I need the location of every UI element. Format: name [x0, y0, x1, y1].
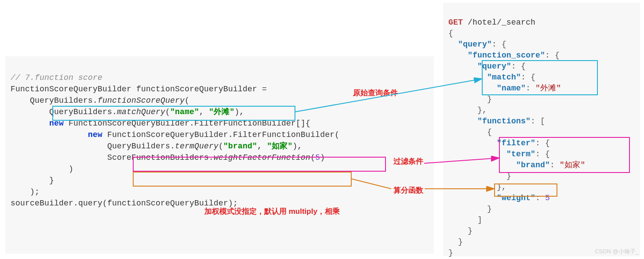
code-line: "functions": [ [448, 117, 545, 126]
code-line: ) [11, 165, 73, 173]
code-line: } [448, 227, 473, 235]
java-code-panel: // 7.function score FunctionScoreQueryBu… [5, 56, 434, 254]
code-line: "brand": "如家" [448, 161, 585, 169]
code-line: } [448, 248, 453, 257]
code-line: sourceBuilder.query(functionScoreQueryBu… [11, 199, 238, 208]
code-line: "query": { [448, 40, 506, 49]
code-line: "weight": 5 [448, 194, 550, 202]
annotation-original-query: 原始查询条件 [353, 88, 398, 98]
code-line: "function_score": { [448, 51, 560, 60]
code-line: ); [11, 187, 40, 196]
code-line: ] [448, 216, 482, 224]
code-line: } [448, 205, 492, 213]
code-line: FunctionScoreQueryBuilder functionScoreQ… [11, 85, 267, 94]
code-line: "name": "外滩" [448, 84, 561, 93]
code-line: "filter": { [448, 139, 550, 147]
annotation-boost-mode: 加权模式没指定，默认用 multiply，相乘 [204, 206, 340, 216]
code-line: } [448, 95, 492, 104]
code-line: "match": { [448, 73, 535, 82]
watermark: CSDN @小翰子_ [595, 248, 639, 255]
code-line: "term": { [448, 150, 550, 158]
code-line: }, [448, 183, 506, 191]
code-line: } [448, 172, 511, 180]
code-line: }, [448, 106, 487, 115]
code-line: GET /hotel/_search [448, 18, 535, 27]
json-code-block: GET /hotel/_search { "query": { "functio… [443, 3, 640, 259]
code-line: } [11, 176, 54, 185]
annotation-score-fn: 算分函数 [393, 185, 423, 195]
code-line: QueryBuilders.functionScoreQuery( [11, 96, 189, 105]
code-line: { [448, 128, 492, 137]
java-code-block: // 7.function score FunctionScoreQueryBu… [5, 56, 434, 213]
annotation-filter: 过滤条件 [393, 156, 423, 166]
json-code-panel: GET /hotel/_search { "query": { "functio… [443, 3, 640, 256]
code-line: } [448, 237, 463, 246]
code-line: "query": { [448, 62, 526, 71]
code-line: { [448, 29, 453, 38]
code-line: QueryBuilders.termQuery("brand", "如家"), [11, 142, 302, 151]
code-line: QueryBuilders.matchQuery("name", "外滩"), [11, 108, 244, 116]
code-line: new FunctionScoreQueryBuilder.FilterFunc… [11, 119, 310, 128]
code-line: new FunctionScoreQueryBuilder.FilterFunc… [11, 130, 339, 139]
code-comment: // 7.function score [11, 73, 102, 82]
code-line: ScoreFunctionBuilders.weightFactorFuncti… [11, 153, 325, 162]
